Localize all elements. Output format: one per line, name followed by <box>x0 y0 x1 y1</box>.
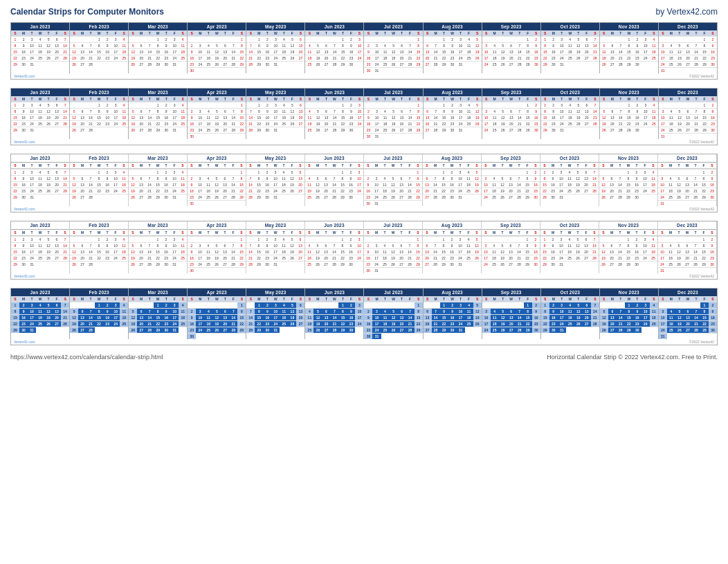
dow-cell: T <box>574 30 583 36</box>
week-row: 1 <box>188 36 246 42</box>
day-cell: 11 <box>280 176 288 181</box>
day-cell: 21 <box>692 121 700 127</box>
day-cell <box>61 194 69 200</box>
day-cell <box>111 194 120 200</box>
dow-cell: S <box>590 230 599 235</box>
calendar-strip: Jan 2023SMTWTFS1234567891011121314151617… <box>10 221 718 280</box>
day-cell: 18 <box>204 55 212 61</box>
week-row: 123456 <box>246 102 304 108</box>
day-cell <box>87 302 95 308</box>
day-cell: 8 <box>540 176 549 181</box>
day-cell <box>473 262 481 267</box>
day-cell: 23 <box>162 255 170 261</box>
dow-cell: S <box>188 30 196 36</box>
day-cell: 18 <box>179 315 187 320</box>
dow-cell: M <box>372 96 381 102</box>
day-cell <box>414 268 422 273</box>
month-block: Jul 2023SMTWTFS 123456789101112131415161… <box>364 221 423 273</box>
week-row: 123 <box>305 36 363 42</box>
day-cell <box>490 237 498 242</box>
day-cell: 26 <box>498 194 507 200</box>
dow-cell: S <box>531 230 540 235</box>
dow-cell: T <box>103 96 111 102</box>
week-row: 2345678 <box>364 42 422 48</box>
day-cell: 3 <box>482 176 490 181</box>
day-cell: 8 <box>95 43 103 48</box>
day-cell: 8 <box>624 176 633 181</box>
day-cell: 15 <box>625 49 633 55</box>
week-row: 1234567 <box>11 169 69 175</box>
day-cell: 26 <box>129 194 137 200</box>
day-cell: 13 <box>608 182 616 188</box>
day-cell: 19 <box>288 115 296 120</box>
day-cell: 27 <box>398 127 406 133</box>
day-cell: 10 <box>482 315 491 320</box>
dow-cell: W <box>389 163 397 168</box>
day-cell: 20 <box>322 121 330 127</box>
day-cell: 31 <box>558 127 566 133</box>
day-cell <box>212 237 221 242</box>
day-cell <box>237 68 246 73</box>
day-cell: 22 <box>415 55 423 61</box>
day-cell: 6 <box>582 170 590 175</box>
day-cell: 11 <box>120 109 128 114</box>
dow-cell: T <box>498 163 507 168</box>
day-cell: 9 <box>162 176 170 181</box>
day-cell: 5 <box>473 102 482 108</box>
day-cell: 16 <box>448 182 456 188</box>
day-cell <box>196 37 204 42</box>
day-cell <box>691 170 700 175</box>
day-cell <box>78 237 87 242</box>
day-cell: 12 <box>212 315 221 320</box>
dow-row: SMTWTFS <box>423 230 481 236</box>
day-cell: 24 <box>355 121 363 127</box>
day-cell: 23 <box>448 121 457 127</box>
day-cell: 7 <box>246 43 255 48</box>
week-row: 13141516171819 <box>424 314 482 320</box>
day-cell: 5 <box>313 43 322 48</box>
day-cell: 21 <box>246 188 255 194</box>
day-cell: 3 <box>482 243 490 248</box>
day-cell: 15 <box>95 315 103 320</box>
calendar-strip: Jan 2023SMTWTFS1234567891011121314151617… <box>10 154 718 212</box>
dow-cell: M <box>255 30 263 36</box>
day-cell: 21 <box>145 188 154 194</box>
day-cell: 27 <box>684 327 692 333</box>
day-cell: 29 <box>440 127 448 133</box>
day-cell: 6 <box>78 243 87 248</box>
day-cell: 5 <box>498 176 507 181</box>
week-row: 21222324252627 <box>246 255 304 261</box>
day-cell: 4 <box>280 302 288 308</box>
dow-row: SMTWTFS <box>246 296 304 302</box>
day-cell: 24 <box>28 255 36 261</box>
day-cell: 15 <box>11 249 19 255</box>
day-cell: 17 <box>28 49 36 55</box>
day-cell <box>406 68 415 73</box>
day-cell: 8 <box>540 243 549 248</box>
day-cell: 18 <box>666 255 675 261</box>
day-cell <box>617 302 625 308</box>
day-cell: 5 <box>212 309 221 314</box>
dow-cell: M <box>137 96 145 102</box>
dow-cell: F <box>583 96 591 102</box>
month-header: Jul 2023 <box>364 289 422 296</box>
dow-row: SMTWTFS <box>658 230 716 236</box>
day-cell: 17 <box>170 115 179 120</box>
dow-cell: M <box>19 30 28 36</box>
month-block: Sep 2023SMTWTFS 123456789101112131415161… <box>482 89 541 139</box>
day-cell: 6 <box>78 43 87 48</box>
day-cell: 25 <box>491 127 499 133</box>
week-row: 262728 <box>70 127 128 133</box>
day-cell: 18 <box>179 249 187 255</box>
week-row: 9101112131415 <box>188 181 246 188</box>
dow-cell: W <box>566 296 574 302</box>
month-block: May 2023SMTWTFS 123456789101112131415161… <box>246 154 305 206</box>
day-cell: 27 <box>53 188 61 194</box>
day-cell: 22 <box>237 121 246 127</box>
day-cell: 15 <box>415 115 423 120</box>
week-row: 12 <box>659 36 717 42</box>
day-cell: 2 <box>103 37 111 42</box>
day-cell: 23 <box>708 255 716 261</box>
dow-cell: T <box>87 30 95 36</box>
day-cell: 13 <box>608 115 617 120</box>
